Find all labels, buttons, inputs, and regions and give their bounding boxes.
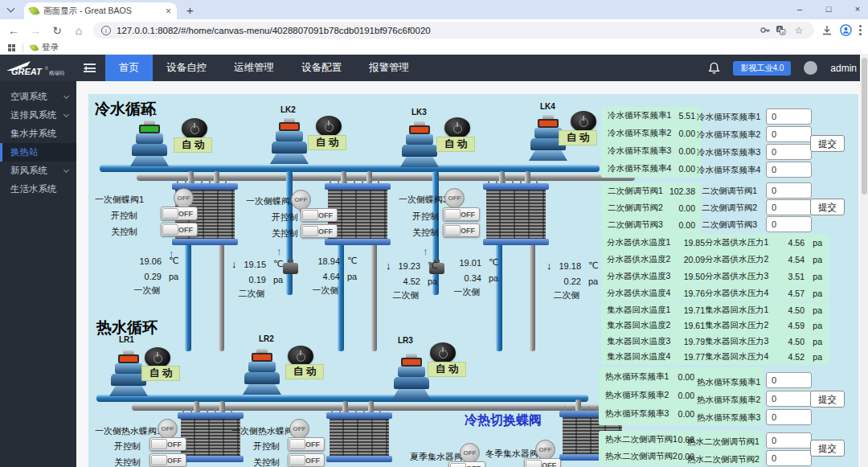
open-control-toggle[interactable]: OFF [448, 461, 485, 467]
open-control-label: 开控制 [111, 210, 137, 222]
tab-close-icon[interactable]: × [166, 7, 171, 15]
url-text[interactable]: 127.0.0.1:8082/#/home/canvas-menu/402880… [117, 26, 754, 35]
setpoint-input[interactable] [766, 372, 812, 388]
application-window: 画面显示 - Great BAOS × + – □ × ← → ↻ ⌂ i 12… [0, 0, 868, 467]
close-control-toggle[interactable]: OFF [161, 223, 198, 236]
butterfly-valve-indicator[interactable]: OFF [291, 190, 311, 210]
sidebar-item-fresh-air[interactable]: 新风系统 [0, 162, 76, 180]
power-button[interactable] [571, 111, 596, 132]
apps-grid-icon[interactable] [8, 44, 15, 51]
new-tab-button[interactable]: + [186, 3, 194, 17]
key-icon[interactable] [760, 25, 770, 35]
user-avatar[interactable] [804, 61, 817, 75]
divider [23, 43, 23, 52]
setpoint-input[interactable] [766, 199, 812, 215]
table-row: 冷水循环泵频率30.00 [601, 142, 702, 160]
home-icon[interactable]: ⌂ [72, 24, 86, 37]
page-scrollbar[interactable] [860, 55, 868, 467]
close-control-label: 关控制 [272, 227, 298, 240]
setpoint-input[interactable] [766, 216, 812, 232]
browser-tab[interactable]: 画面显示 - Great BAOS × [24, 2, 177, 19]
sidebar-item-exhaust[interactable]: 送排风系统 [0, 106, 76, 125]
cold-supply-pipe [100, 165, 600, 172]
bookmark-star-icon[interactable]: ☆ [792, 25, 806, 36]
butterfly-valve-indicator[interactable]: OFF [535, 440, 555, 460]
close-control-toggle[interactable]: OFF [301, 224, 338, 238]
butterfly-valve-indicator[interactable]: OFF [460, 443, 480, 463]
power-button[interactable] [430, 342, 456, 363]
maximize-button[interactable]: □ [823, 4, 834, 14]
submit-button[interactable]: 提交 [810, 391, 845, 408]
nav-item-device-control[interactable]: 设备自控 [153, 55, 220, 81]
close-control-toggle[interactable]: OFF [443, 223, 480, 237]
open-control-toggle[interactable]: OFF [301, 208, 338, 222]
open-control-toggle[interactable]: OFF [524, 458, 561, 467]
nav-item-ops[interactable]: 运维管理 [220, 55, 288, 81]
submit-button[interactable]: 提交 [810, 199, 845, 215]
setpoint-input[interactable] [766, 182, 812, 199]
translate-icon[interactable]: Aa [776, 25, 786, 35]
tab-search-chevron-icon[interactable] [7, 5, 15, 13]
open-control-label: 开控制 [272, 211, 298, 223]
close-control-toggle[interactable]: OFF [149, 453, 186, 467]
auto-mode-chip[interactable]: 自 动 [174, 137, 212, 153]
butterfly-valve-indicator[interactable]: OFF [158, 419, 178, 439]
setpoint-input[interactable] [766, 409, 812, 425]
power-button[interactable] [316, 116, 342, 137]
setpoint-input[interactable] [766, 432, 812, 449]
pump-label: LR1 [119, 335, 134, 344]
setpoint-input[interactable] [766, 109, 812, 125]
menu-kebab-icon[interactable] [859, 25, 862, 35]
bookmark-item[interactable]: 登录 [31, 42, 59, 53]
submit-button[interactable]: 提交 [810, 440, 845, 457]
auto-mode-chip[interactable]: 自 动 [308, 135, 346, 150]
nav-item-alarm[interactable]: 报警管理 [355, 55, 423, 81]
nav-item-home[interactable]: 首页 [105, 55, 153, 81]
close-control-toggle[interactable]: OFF [288, 453, 325, 467]
auto-mode-chip[interactable]: 自 动 [285, 364, 324, 379]
setpoint-input[interactable] [766, 450, 812, 466]
setpoint-input[interactable] [766, 391, 812, 407]
open-control-toggle[interactable]: OFF [443, 207, 480, 221]
minimize-button[interactable]: – [794, 4, 805, 14]
reading-block: 18.94℃ 4.64pa 一次侧 [291, 253, 360, 297]
username[interactable]: admin [830, 63, 857, 74]
sidebar-item-domestic-water[interactable]: 生活水系统 [0, 180, 76, 199]
sidebar-item-sump[interactable]: 集水井系统 [0, 125, 76, 143]
setpoint-input[interactable] [766, 162, 812, 178]
site-info-icon[interactable]: i [101, 26, 111, 35]
butterfly-valve-indicator[interactable]: OFF [444, 188, 465, 208]
brand-logo[interactable]: GREAT ® 格瑞特 [0, 55, 74, 81]
setpoint-label: 热水循环泵频率1 [697, 377, 757, 388]
profile-icon[interactable] [840, 24, 852, 36]
download-icon[interactable] [821, 25, 833, 36]
auto-mode-chip[interactable]: 自 动 [559, 130, 597, 145]
close-button[interactable]: × [852, 4, 863, 14]
power-button[interactable] [444, 117, 470, 138]
submit-button[interactable]: 提交 [810, 135, 845, 152]
collapse-menu-icon[interactable] [84, 63, 96, 72]
open-control-toggle[interactable]: OFF [161, 207, 198, 220]
reload-icon[interactable]: ↻ [50, 24, 64, 37]
auto-mode-chip[interactable]: 自 动 [428, 362, 466, 377]
setpoint-input[interactable] [766, 126, 812, 142]
address-bar[interactable]: i 127.0.0.1:8082/#/home/canvas-menu/4028… [93, 22, 814, 39]
butterfly-valve-indicator[interactable]: OFF [174, 188, 194, 208]
butterfly-valve-indicator[interactable]: OFF [289, 419, 309, 439]
back-icon[interactable]: ← [6, 24, 21, 37]
setpoint-input[interactable] [766, 144, 812, 160]
nav-item-device-config[interactable]: 设备配置 [288, 55, 355, 81]
table-row: 集水器回水温度319.79集水器回水压力34.50pa [601, 334, 829, 350]
sidebar-item-hvac[interactable]: 空调系统 [0, 88, 76, 106]
open-control-toggle[interactable]: OFF [149, 437, 186, 451]
open-control-label: 开控制 [253, 440, 280, 453]
setpoint-label: 二次侧调节阀2 [695, 203, 757, 214]
flow-up-arrow: ↑ [276, 245, 282, 257]
auto-mode-chip[interactable]: 自 动 [141, 366, 180, 381]
power-button[interactable] [182, 118, 207, 139]
auto-mode-chip[interactable]: 自 动 [436, 137, 475, 152]
scrollbar-thumb[interactable] [862, 58, 867, 195]
open-control-toggle[interactable]: OFF [288, 437, 325, 451]
bell-icon[interactable] [708, 62, 720, 75]
sidebar-item-heat-exchange[interactable]: 换热站 [0, 143, 76, 162]
